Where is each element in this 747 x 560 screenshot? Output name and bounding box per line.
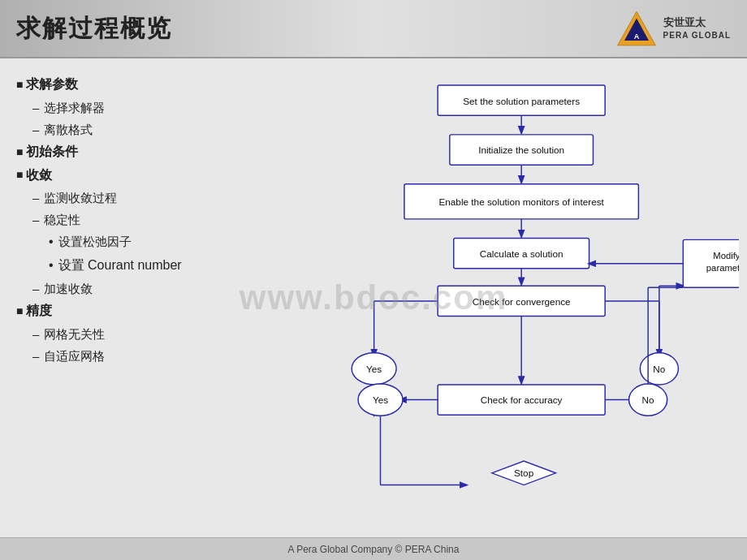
header: 求解过程概览 A 安世亚太 PERA GLOBAL <box>0 0 747 58</box>
right-panel: Set the solution parameters Initialize t… <box>309 58 747 537</box>
logo-text: 安世亚太 PERA GLOBAL <box>663 15 731 41</box>
item-stability: 稳定性 <box>32 209 292 230</box>
box-check-accuracy: Check for accuracy <box>481 394 563 405</box>
left-panel: 求解参数 选择求解器 离散格式 初始条件 收敛 监测收敛过程 稳定性 设置松弛因… <box>0 58 309 537</box>
yes-accuracy: Yes <box>373 394 388 405</box>
item-accelerate: 加速收敛 <box>32 278 292 299</box>
box-enable-monitors: Enable the solution monitors of interest <box>438 196 604 207</box>
item-grid-independence: 网格无关性 <box>32 323 292 345</box>
section-convergence: 收敛 <box>16 164 292 187</box>
svg-text:parameters or grid: parameters or grid <box>706 263 739 273</box>
item-solver: 选择求解器 <box>32 97 292 118</box>
item-courant: 设置 Courant number <box>49 254 292 278</box>
svg-text:A: A <box>633 32 639 41</box>
flowchart-svg: Set the solution parameters Initialize t… <box>317 67 739 529</box>
box-calculate: Calculate a solution <box>480 248 563 259</box>
section-accuracy: 精度 <box>16 299 292 323</box>
item-relax: 设置松弛因子 <box>49 230 292 254</box>
section-solve-params: 求解参数 <box>16 73 292 97</box>
yes-convergence: Yes <box>366 364 382 374</box>
logo-icon: A <box>616 8 657 49</box>
item-discrete: 离散格式 <box>32 118 292 140</box>
footer: A Pera Global Company © PERA China <box>0 537 747 560</box>
stop-shape: Stop <box>514 467 534 478</box>
box-modify: Modify solution <box>713 251 739 261</box>
section-initial-cond: 初始条件 <box>16 140 292 164</box>
item-adaptive-grid: 自适应网格 <box>32 345 292 367</box>
logo-area: A 安世亚太 PERA GLOBAL <box>616 8 731 49</box>
item-monitor: 监测收敛过程 <box>32 187 292 209</box>
no-convergence: No <box>653 364 665 374</box>
box-check-convergence: Check for convergence <box>473 296 571 307</box>
footer-text: A Pera Global Company © PERA China <box>288 544 460 555</box>
box-init-solution: Initialize the solution <box>478 144 564 155</box>
box-set-params: Set the solution parameters <box>463 96 580 106</box>
page-title: 求解过程概览 <box>16 12 172 45</box>
no-accuracy: No <box>642 394 654 405</box>
main-content: www.bdoc.com 求解参数 选择求解器 离散格式 初始条件 收敛 监测收… <box>0 58 747 537</box>
